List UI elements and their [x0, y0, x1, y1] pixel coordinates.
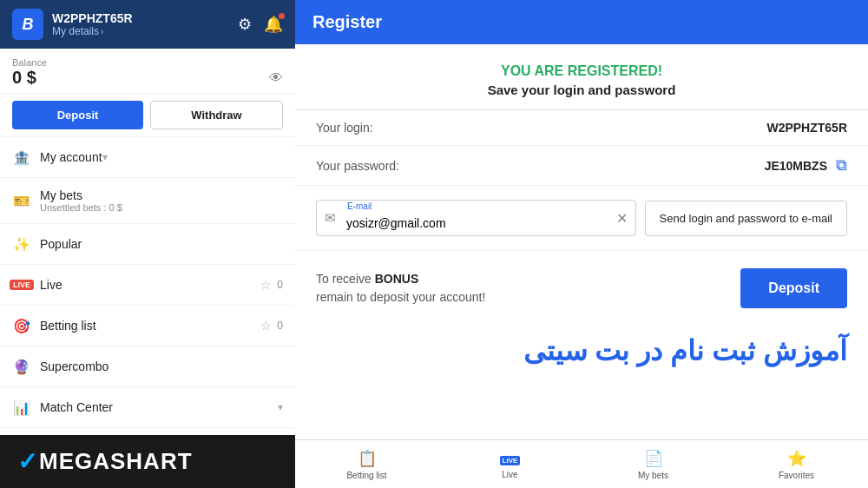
- my-bets-label: My bets: [40, 188, 122, 202]
- my-account-label: My account: [40, 150, 102, 164]
- sidebar-menu: 🏦 My account ▾ 🎫 My bets Unsettled bets …: [0, 137, 295, 435]
- password-row: Your password: JE10MBZS ⧉: [295, 146, 868, 186]
- live-count: 0: [277, 279, 283, 291]
- password-value-row: JE10MBZS ⧉: [765, 156, 847, 175]
- big-deposit-button[interactable]: Deposit: [740, 268, 847, 308]
- account-icon: 🏦: [12, 148, 31, 167]
- my-account-right: ▾: [102, 151, 108, 163]
- register-success-subtitle: Save your login and password: [312, 82, 851, 97]
- bottom-favorites-label: Favorites: [779, 471, 814, 480]
- login-row: Your login: W2PPHZT65R: [295, 110, 868, 146]
- bottom-nav-my-bets[interactable]: 📄 My bets: [582, 440, 725, 488]
- live-right: ☆ 0: [260, 278, 283, 292]
- bottom-my-bets-icon: 📄: [644, 449, 663, 468]
- register-success: YOU ARE REGISTERED! Save your login and …: [295, 44, 868, 110]
- megashart-text: MEGASHART: [39, 448, 193, 475]
- register-header: Register: [295, 0, 868, 44]
- bottom-favorites-icon: ⭐: [787, 449, 806, 468]
- betting-list-right: ☆ 0: [260, 319, 283, 333]
- betting-list-count: 0: [277, 320, 283, 332]
- password-value: JE10MBZS: [765, 159, 827, 173]
- bets-icon: 🎫: [12, 191, 31, 210]
- login-value: W2PPHZT65R: [766, 121, 847, 135]
- send-email-button[interactable]: Send login and password to e-mail: [645, 201, 847, 236]
- sidebar-balance: Balance 0 $ 👁: [0, 49, 295, 94]
- sidebar-footer: ✓ MEGASHART: [0, 435, 295, 488]
- withdraw-button[interactable]: Withdraw: [150, 101, 283, 129]
- bottom-betting-list-icon: 📋: [358, 449, 377, 468]
- sidebar-user-info: W2PPHZT65R My details ›: [52, 11, 238, 37]
- bonus-section: To receive BONUS remain to deposit your …: [295, 251, 868, 326]
- bonus-text: To receive BONUS remain to deposit your …: [316, 270, 485, 307]
- deposit-button[interactable]: Deposit: [12, 101, 143, 129]
- bottom-nav: 📋 Betting list LIVE Live 📄 My bets ⭐ Fav…: [295, 439, 868, 488]
- my-bets-sub: Unsettled bets : 0 $: [40, 202, 122, 213]
- sidebar-item-match-center[interactable]: 📊 Match Center ▾: [0, 387, 295, 428]
- sidebar-mydetails[interactable]: My details ›: [52, 25, 238, 37]
- bottom-live-label: Live: [502, 470, 517, 479]
- sidebar-item-my-account[interactable]: 🏦 My account ▾: [0, 137, 295, 178]
- watermark-overlay: آموزش ثبت نام در بت سیتی: [295, 326, 868, 376]
- register-success-title: YOU ARE REGISTERED!: [312, 63, 851, 79]
- bottom-my-bets-label: My bets: [638, 471, 668, 480]
- star-icon: ☆: [260, 319, 272, 333]
- sidebar-item-live[interactable]: LIVE Live ☆ 0: [0, 265, 295, 306]
- sidebar-item-popular[interactable]: ✨ Popular: [0, 224, 295, 265]
- sidebar-item-supercombo[interactable]: 🔮 Supercombo: [0, 346, 295, 387]
- supercombo-label: Supercombo: [40, 359, 283, 373]
- email-label-float: E-mail: [347, 201, 372, 211]
- bottom-nav-live[interactable]: LIVE Live: [438, 440, 582, 488]
- betting-list-label: Betting list: [40, 319, 260, 333]
- balance-label: Balance: [12, 57, 283, 68]
- bottom-live-icon: LIVE: [500, 449, 521, 467]
- match-center-right: ▾: [278, 401, 283, 413]
- email-section: ✉ E-mail ✕ Send login and password to e-…: [295, 186, 868, 251]
- sidebar-username: W2PPHZT65R: [52, 11, 238, 25]
- sidebar-item-betting-list[interactable]: 🎯 Betting list ☆ 0: [0, 306, 295, 346]
- chevron-down-icon: ▾: [102, 151, 108, 163]
- popular-label: Popular: [40, 237, 283, 251]
- bonus-pre: To receive: [316, 272, 375, 286]
- sidebar-action-buttons: Deposit Withdraw: [0, 94, 295, 137]
- chevron-right-icon: ›: [101, 27, 103, 36]
- betting-list-icon: 🎯: [12, 316, 31, 335]
- watermark-text: آموزش ثبت نام در بت سیتی: [316, 334, 847, 367]
- register-body: YOU ARE REGISTERED! Save your login and …: [295, 44, 868, 439]
- check-icon: ✓: [17, 447, 37, 476]
- password-label: Your password:: [316, 159, 399, 173]
- sidebar-logo: B: [12, 9, 43, 40]
- bottom-betting-list-label: Betting list: [346, 471, 386, 480]
- bottom-nav-betting-list[interactable]: 📋 Betting list: [295, 440, 438, 488]
- star-icon: ☆: [260, 278, 272, 292]
- supercombo-icon: 🔮: [12, 357, 31, 376]
- bottom-nav-favorites[interactable]: ⭐ Favorites: [725, 440, 868, 488]
- bonus-post: remain to deposit your account!: [316, 290, 485, 304]
- sidebar-header-icons: ⚙ 🔔: [238, 15, 283, 34]
- bonus-word: BONUS: [375, 272, 419, 286]
- email-icon: ✉: [325, 210, 336, 226]
- sidebar-header: B W2PPHZT65R My details › ⚙ 🔔: [0, 0, 295, 49]
- live-label: Live: [40, 278, 260, 292]
- register-title: Register: [312, 12, 382, 31]
- email-input-wrap: ✉ E-mail ✕: [316, 200, 636, 236]
- notification-icon[interactable]: 🔔: [264, 15, 283, 34]
- popular-icon: ✨: [12, 234, 31, 254]
- chevron-down-icon: ▾: [278, 401, 283, 413]
- copy-icon[interactable]: ⧉: [836, 156, 847, 175]
- megashart-logo: ✓ MEGASHART: [17, 447, 193, 476]
- balance-row: 0 $ 👁: [12, 68, 283, 88]
- match-center-label: Match Center: [40, 400, 278, 414]
- balance-amount: 0 $: [12, 68, 36, 88]
- sidebar-item-my-bets[interactable]: 🎫 My bets Unsettled bets : 0 $: [0, 178, 295, 224]
- main-content: Register YOU ARE REGISTERED! Save your l…: [295, 0, 868, 488]
- match-center-icon: 📊: [12, 398, 31, 417]
- email-clear-icon[interactable]: ✕: [616, 210, 628, 227]
- live-icon: LIVE: [12, 275, 31, 294]
- eye-icon[interactable]: 👁: [269, 70, 283, 86]
- login-value-row: W2PPHZT65R: [766, 121, 847, 135]
- settings-icon[interactable]: ⚙: [238, 15, 252, 34]
- sidebar: B W2PPHZT65R My details › ⚙ 🔔 Balance 0 …: [0, 0, 295, 488]
- login-label: Your login:: [316, 121, 373, 135]
